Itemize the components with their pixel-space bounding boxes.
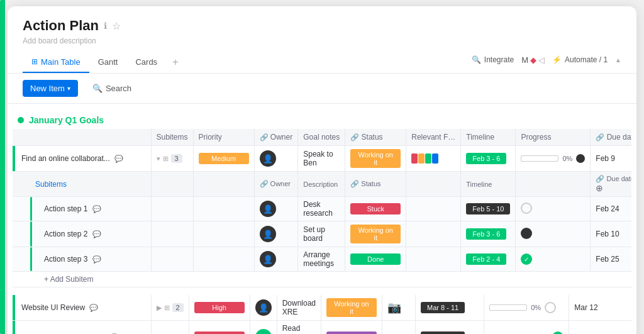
info-icon[interactable]: ℹ xyxy=(104,21,107,31)
new-item-label: New Item xyxy=(30,84,65,93)
table-row: Action step 3 💬 👤 Arrange meetings Done … xyxy=(13,247,631,272)
cell-notes: Download XRE xyxy=(277,295,321,321)
group-q1-header: January Q1 Goals xyxy=(13,111,631,129)
subitem-comment-icon[interactable]: 💬 xyxy=(92,255,101,263)
row-comment-icon[interactable]: 💬 xyxy=(114,155,123,162)
circle-check: ✓ xyxy=(552,331,564,334)
row-comment-icon[interactable]: 💬 xyxy=(89,304,98,311)
table-row: Find an online collaborat... 💬 ▾ ⊞ 3 xyxy=(13,146,631,172)
cell-status: Working on it xyxy=(345,146,406,172)
cell-notes: Speak to Ben xyxy=(298,146,345,172)
status-badge[interactable]: Working on it xyxy=(350,149,401,168)
new-item-button[interactable]: New Item ▾ xyxy=(23,80,78,97)
cell-sub-timeline: Feb 3 - 6 xyxy=(461,221,516,247)
subitem-count: 2 xyxy=(172,303,184,312)
cell-subitem-name: Action step 3 💬 xyxy=(13,247,151,272)
expand-icon[interactable]: ▶ xyxy=(157,304,162,312)
tab-gantt[interactable]: Gantt xyxy=(89,52,127,73)
automate-action[interactable]: ⚡ Automate / 1 xyxy=(552,55,608,64)
subitem-comment-icon[interactable]: 💬 xyxy=(92,230,101,238)
header-actions: 🔍 Integrate M ◆ ◁ ⚡ Automate / 1 ▲ xyxy=(472,55,621,70)
add-view-button[interactable]: + xyxy=(166,52,184,73)
tab-main-table[interactable]: ⊞ Main Table xyxy=(23,52,89,73)
status-badge[interactable]: Stuck xyxy=(350,203,401,214)
page-title: Action Plan xyxy=(23,18,99,34)
cell-owner: HC xyxy=(250,321,277,335)
integrate-icon: 🔍 xyxy=(472,55,481,64)
circle-empty xyxy=(521,203,532,214)
column-headers: Subitems Priority 🔗 Owner Goal notes 🔗 S… xyxy=(13,129,631,146)
cell-subitem-name: Action step 2 💬 xyxy=(13,221,151,247)
status-badge[interactable]: Working on it xyxy=(326,298,377,317)
cell-timeline: Mar 1 - 15 xyxy=(416,321,484,335)
cell-due-date: Feb 9 xyxy=(591,146,631,172)
cell-name: Reports from Distributors 💬 xyxy=(13,321,151,335)
timeline-badge: Mar 8 - 11 xyxy=(421,302,465,313)
col-progress: Progress xyxy=(516,129,591,146)
group-q1-dot xyxy=(18,117,24,123)
cell-progress: 0% xyxy=(516,146,591,172)
avatar: 👤 xyxy=(255,299,272,316)
avatar: 👤 xyxy=(260,251,276,267)
cell-sub-status: Done xyxy=(345,247,406,272)
priority-badge[interactable]: High xyxy=(194,302,245,313)
table-row: Action step 1 💬 👤 Desk research Stuck Fe… xyxy=(13,197,631,221)
cell-status: Working on it xyxy=(321,295,382,321)
subitems-label: Subitems xyxy=(35,180,67,189)
integrate-action[interactable]: 🔍 Integrate xyxy=(472,55,514,64)
circle-filled xyxy=(521,228,532,239)
priority-badge[interactable]: High xyxy=(194,331,245,334)
cell-progress: 100% ✓ xyxy=(484,321,569,335)
automate-chevron[interactable]: ▲ xyxy=(615,57,621,64)
integrate-label: Integrate xyxy=(484,55,514,64)
star-icon[interactable]: ☆ xyxy=(112,20,121,32)
subitem-icon: ⊞ xyxy=(164,304,170,312)
add-subitem-row[interactable]: + Add Subitem xyxy=(13,272,631,287)
col-subitems: Subitems xyxy=(151,129,193,146)
add-subitem-cell[interactable]: + Add Subitem xyxy=(13,272,631,287)
automate-icon: ⚡ xyxy=(552,55,562,64)
group-q1-title: January Q1 Goals xyxy=(29,115,104,125)
circle-check: ✓ xyxy=(521,253,532,265)
timeline-badge: Feb 5 - 10 xyxy=(466,203,510,214)
cell-sub-status: Working on it xyxy=(345,221,406,247)
progress-text: 0% xyxy=(562,155,572,162)
timeline-badge: Feb 2 - 4 xyxy=(466,253,506,265)
cell-subitems: ▾ ⊞ 3 xyxy=(151,146,193,172)
header: Action Plan ℹ ☆ Add board description ⊞ … xyxy=(8,6,636,74)
cell-due-date: Mar 22 xyxy=(569,321,631,335)
avatar: 👤 xyxy=(260,150,276,167)
search-label: Search xyxy=(106,84,131,93)
nav-tabs: ⊞ Main Table Gantt Cards + xyxy=(23,52,184,73)
circle-empty xyxy=(545,302,556,313)
cell-name: Website UI Review 💬 xyxy=(13,295,151,321)
col-goal-notes: Goal notes xyxy=(298,129,345,146)
integration-m-icon: M xyxy=(521,55,528,65)
group-other-table: Website UI Review 💬 ▶ ⊞ 2 High xyxy=(13,295,631,334)
col-priority: Priority xyxy=(193,129,254,146)
col-status: 🔗 Status xyxy=(345,129,406,146)
add-column-icon[interactable]: ⊕ xyxy=(596,183,603,193)
board-description[interactable]: Add board description xyxy=(23,36,621,45)
progress-text: 0% xyxy=(531,304,541,311)
search-bar[interactable]: 🔍 Search xyxy=(86,80,138,97)
cell-priority: Medium xyxy=(193,146,254,172)
status-badge[interactable]: Working on it xyxy=(350,225,401,243)
status-badge[interactable]: Done xyxy=(350,253,401,265)
cell-sub-due: Feb 10 xyxy=(591,221,631,247)
status-badge[interactable]: Achieved xyxy=(326,331,377,334)
cell-subitems: ⊞ xyxy=(151,321,189,335)
table-icon: ⊞ xyxy=(31,57,38,66)
cell-priority: High xyxy=(189,321,250,335)
expand-icon[interactable]: ▾ xyxy=(157,155,160,163)
integration-extra-icon: ◁ xyxy=(538,55,545,65)
title-row: Action Plan ℹ ☆ xyxy=(23,18,621,34)
subitem-comment-icon[interactable]: 💬 xyxy=(92,205,101,213)
col-owner: 🔗 Owner xyxy=(254,129,298,146)
cell-relevant: 📷 xyxy=(382,295,416,321)
tab-cards[interactable]: Cards xyxy=(126,52,166,73)
cell-priority: High xyxy=(189,295,250,321)
timeline-badge: Feb 3 - 6 xyxy=(466,153,506,164)
priority-badge[interactable]: Medium xyxy=(199,153,249,164)
new-item-arrow: ▾ xyxy=(67,85,70,92)
